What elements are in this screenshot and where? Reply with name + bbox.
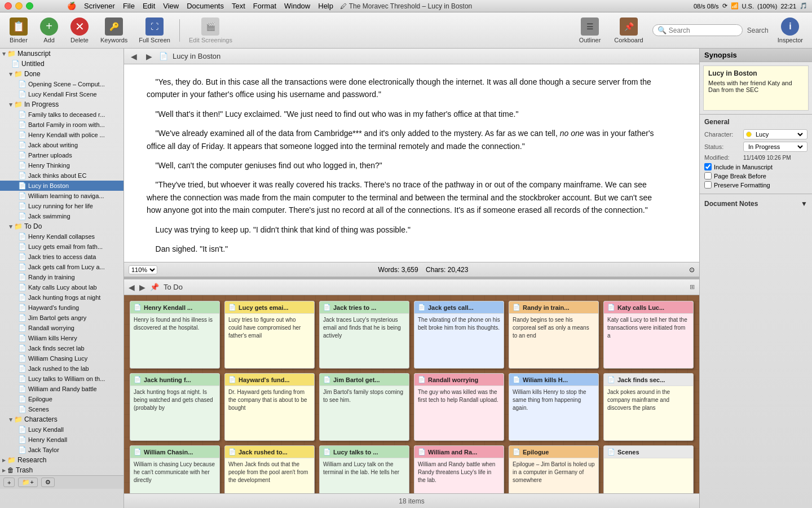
card-lucy-email[interactable]: 📄 Lucy gets emai... Lucy tries to figure… [224, 301, 315, 369]
card-epilogue[interactable]: 📄 Epilogue Epilogue – Jim Bartol is hole… [509, 445, 599, 493]
corkboard-area[interactable]: 📄 Henry Kendall ... Henry is found and h… [124, 295, 699, 493]
binder-button[interactable]: 📋 Binder [5, 15, 33, 46]
sidebar-item-lucy-first[interactable]: 📄 Lucy Kendall First Scene [0, 89, 123, 99]
sidebar-item-jack-rushed[interactable]: 📄 Jack rushed to the lab [0, 364, 123, 374]
sidebar-item-randy-training[interactable]: 📄 Randy in training [0, 272, 123, 282]
sidebar-item-lucy-email[interactable]: 📄 Lucy gets email from fath... [0, 242, 123, 252]
sidebar-item-william-randy[interactable]: 📄 William and Randy battle [0, 384, 123, 394]
sidebar-item-jack-call[interactable]: 📄 Jack gets call from Lucy a... [0, 262, 123, 272]
sidebar-item-william-nav[interactable]: 📄 William learning to naviga... [0, 191, 123, 201]
sidebar-item-randall[interactable]: 📄 Randall worrying [0, 323, 123, 333]
sidebar-item-henry-collapses[interactable]: 📄 Henry Kendall collapses [0, 231, 123, 242]
new-doc-button[interactable]: + [3, 478, 15, 487]
card-jack-hunting[interactable]: 📄 Jack hunting f... Jack hunting frogs a… [130, 373, 220, 441]
menu-file[interactable]: File [123, 2, 135, 10]
delete-button[interactable]: ✕ Delete [65, 15, 94, 46]
sidebar-item-henry-thinking[interactable]: 📄 Henry Thinking [0, 160, 123, 170]
sidebar-item-bartol-family[interactable]: 📄 Bartol Family in room with... [0, 120, 123, 130]
sidebar-item-katy-calls[interactable]: 📄 Katy calls Lucy about lab [0, 282, 123, 292]
next-doc-button[interactable]: ▶ [144, 52, 155, 61]
character-select[interactable]: Lucy Henry Jack [753, 130, 805, 138]
corkboard-button[interactable]: 📌 Corkboard [610, 15, 647, 46]
sidebar-item-untitled[interactable]: 📄 Untitled [0, 59, 123, 69]
sidebar-item-lucy-char[interactable]: 📄 Lucy Kendall [0, 424, 123, 435]
card-jack-rushed[interactable]: 📄 Jack rushed to... When Jack finds out … [224, 445, 315, 493]
editor-area[interactable]: "Yes, they do. But in this case all the … [124, 64, 699, 262]
apple-menu[interactable]: 🍎 [67, 2, 76, 10]
notes-expand-icon[interactable]: ▼ [801, 200, 807, 208]
sidebar-item-lucy-boston[interactable]: 📄 Lucy in Boston [0, 181, 123, 191]
card-william-chasing[interactable]: 📄 William Chasin... William is chasing L… [130, 445, 220, 493]
card-randall[interactable]: 📄 Randall worrying The guy who was kille… [414, 373, 504, 441]
sidebar-item-jack-ec[interactable]: 📄 Jack thinks about EC [0, 170, 123, 181]
corkboard-prev-button[interactable]: ◀ [129, 283, 135, 292]
keywords-button[interactable]: 🔑 Keywords [96, 15, 132, 46]
card-jack-gets-call[interactable]: 📄 Jack gets call... The vibrating of the… [414, 301, 504, 369]
card-jim-bartol[interactable]: 📄 Jim Bartol get... Jim Bartol's family … [319, 373, 409, 441]
menu-text[interactable]: Text [232, 2, 245, 10]
sidebar-item-trash[interactable]: ▶ 🗑 Trash [0, 465, 123, 475]
corkboard-next-button[interactable]: ▶ [139, 283, 145, 292]
card-randy-training[interactable]: 📄 Randy in train... Randy begins to see … [509, 301, 599, 369]
sidebar-item-william-chasing[interactable]: 📄 William Chasing Lucy [0, 353, 123, 364]
sidebar-item-jack-swimming[interactable]: 📄 Jack swimming [0, 211, 123, 221]
inspector-button[interactable]: i Inspector [773, 15, 807, 46]
menu-window[interactable]: Window [284, 2, 310, 10]
card-william-randy[interactable]: 📄 William and Ra... William and Randy ba… [414, 445, 504, 493]
fullscreen-button[interactable]: ⛶ Full Screen [134, 15, 175, 46]
sidebar-item-lucy-william[interactable]: 📄 Lucy talks to William on th... [0, 374, 123, 384]
sidebar-item-research[interactable]: ▶ 📁 Research [0, 455, 123, 465]
sidebar-item-manuscript[interactable]: ▶ 📁 Manuscript [0, 49, 123, 59]
sidebar-item-scenes[interactable]: 📄 Scenes [0, 404, 123, 414]
minimize-button[interactable] [15, 2, 23, 10]
menu-scrivener[interactable]: Scrivener [84, 2, 115, 10]
prev-doc-button[interactable]: ◀ [129, 52, 139, 61]
card-lucy-talks[interactable]: 📄 Lucy talks to ... William and Lucy tal… [319, 445, 409, 493]
sidebar-item-todo[interactable]: ▶ 📁 To Do [0, 221, 123, 231]
include-checkbox[interactable] [704, 163, 712, 170]
card-wiliam-kills[interactable]: 📄 Wiliam kills H... William kills Henry … [509, 373, 599, 441]
search-box[interactable]: 🔍 [652, 24, 743, 36]
card-katy-calls[interactable]: 📄 Katy calls Luc... Katy call Lucy to te… [603, 301, 694, 369]
sidebar-item-epilogue[interactable]: 📄 Epilogue [0, 394, 123, 404]
sidebar-item-jack-writing[interactable]: 📄 Jack about writing [0, 140, 123, 150]
status-select[interactable]: In Progress Done To Do [746, 143, 805, 151]
sidebar-item-jack-access[interactable]: 📄 Jack tries to access data [0, 252, 123, 262]
sidebar-item-partner-uploads[interactable]: 📄 Partner uploads [0, 150, 123, 160]
pagebreak-checkbox[interactable] [704, 172, 712, 179]
card-hayward[interactable]: 📄 Hayward's fund... Dr. Hayward gets fun… [224, 373, 315, 441]
sidebar-item-henry-police[interactable]: 📄 Henry Kendall with police ... [0, 130, 123, 140]
inspector-status-value[interactable]: In Progress Done To Do [743, 142, 807, 152]
maximize-button[interactable] [26, 2, 33, 10]
settings-button[interactable]: ⚙ [41, 478, 55, 487]
menu-help[interactable]: Help [318, 2, 333, 10]
outliner-button[interactable]: ☰ Outliner [575, 15, 606, 46]
sidebar-item-done[interactable]: ▶ 📁 Done [0, 69, 123, 79]
sidebar-item-jim-bartol[interactable]: 📄 Jim Bartol gets angry [0, 313, 123, 323]
menu-documents[interactable]: Documents [187, 2, 224, 10]
add-button[interactable]: + Add [35, 15, 63, 46]
zoom-select[interactable]: 110% 100% 125% 150% [129, 265, 157, 274]
sidebar-item-jack-secret[interactable]: 📄 Jack finds secret lab [0, 343, 123, 353]
sidebar-item-wiliam-kills[interactable]: 📄 Wiliam kills Henry [0, 333, 123, 343]
card-henry-kendall[interactable]: 📄 Henry Kendall ... Henry is found and h… [130, 301, 220, 369]
close-button[interactable] [5, 2, 12, 10]
card-scenes[interactable]: 📄 Scenes [603, 445, 694, 493]
sidebar-item-jack-char[interactable]: 📄 Jack Taylor [0, 445, 123, 455]
menu-format[interactable]: Format [253, 2, 276, 10]
card-jack-secret[interactable]: 📄 Jack finds sec... Jack pokes around in… [603, 373, 694, 441]
corkboard-maximize-icon[interactable]: ⊞ [690, 283, 695, 291]
sidebar-item-family-talks[interactable]: 📄 Family talks to deceased r... [0, 110, 123, 120]
sidebar-item-hayward[interactable]: 📄 Hayward's funding [0, 303, 123, 313]
sidebar-item-inprogress[interactable]: ▶ 📁 In Progress [0, 99, 123, 110]
sidebar-item-characters[interactable]: ▶ 📁 Characters [0, 414, 123, 424]
menu-edit[interactable]: Edit [143, 2, 155, 10]
sidebar-item-lucy-running[interactable]: 📄 Lucy running for her life [0, 201, 123, 211]
inspector-character-value[interactable]: Lucy Henry Jack [743, 129, 807, 139]
card-jack-tries[interactable]: 📄 Jack tries to ... Jack traces Lucy's m… [319, 301, 409, 369]
sidebar-item-jack-frogs[interactable]: 📄 Jack hunting frogs at night [0, 292, 123, 303]
sidebar-item-henry-char[interactable]: 📄 Henry Kendall [0, 435, 123, 445]
sidebar-item-opening[interactable]: 📄 Opening Scene – Comput... [0, 79, 123, 89]
new-folder-button[interactable]: 📁+ [18, 478, 37, 487]
menu-view[interactable]: View [163, 2, 179, 10]
